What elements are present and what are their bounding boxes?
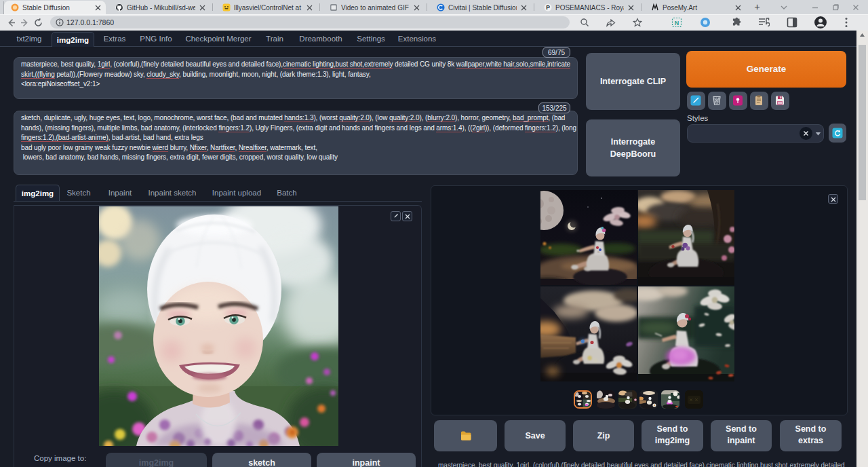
svg-text:P: P <box>546 4 550 11</box>
svg-text:N: N <box>675 20 679 26</box>
